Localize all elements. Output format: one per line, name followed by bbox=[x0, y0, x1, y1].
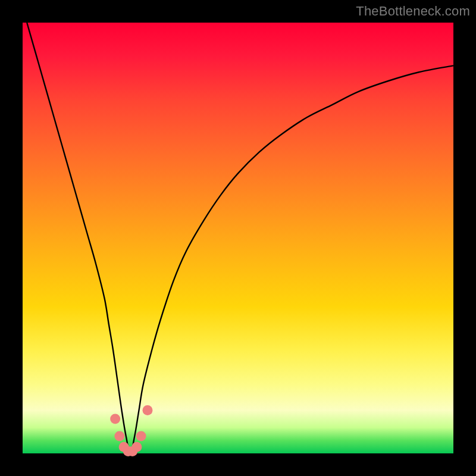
marker-dot bbox=[142, 405, 152, 415]
watermark-text: TheBottleneck.com bbox=[356, 4, 470, 19]
chart-frame: TheBottleneck.com bbox=[0, 0, 476, 476]
marker-dot bbox=[114, 431, 124, 441]
curve-markers bbox=[110, 405, 152, 456]
bottleneck-curve bbox=[27, 23, 453, 453]
marker-dot bbox=[110, 414, 120, 424]
marker-dot bbox=[131, 442, 142, 452]
plot-area bbox=[23, 23, 453, 453]
curve-svg bbox=[23, 23, 453, 453]
marker-dot bbox=[136, 431, 146, 441]
